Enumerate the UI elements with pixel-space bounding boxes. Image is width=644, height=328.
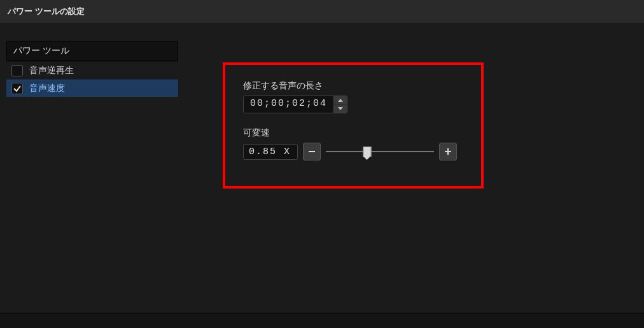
titlebar: パワー ツールの設定 (0, 0, 644, 23)
sidebar: パワー ツール 音声逆再生 音声速度 (6, 41, 178, 97)
varspeed-label: 可変速 (243, 127, 463, 139)
spinner-down-button[interactable] (334, 104, 347, 113)
sidebar-header: パワー ツール (6, 41, 178, 61)
slider-thumb[interactable] (363, 146, 371, 157)
svg-marker-0 (338, 99, 343, 102)
timecode-spinner (334, 96, 347, 113)
window-title: パワー ツールの設定 (8, 6, 85, 17)
timecode-input[interactable]: 00;00;02;04 (243, 96, 334, 113)
svg-rect-2 (309, 151, 315, 152)
highlight-frame: 修正する音声の長さ 00;00;02;04 可変速 (223, 62, 484, 189)
svg-marker-1 (338, 107, 343, 110)
speed-value-input[interactable]: 0.85 X (243, 144, 298, 160)
sidebar-item-label: 音声逆再生 (29, 65, 74, 76)
checkbox[interactable] (11, 65, 23, 76)
footer-bar (0, 313, 644, 328)
length-label: 修正する音声の長さ (243, 80, 463, 92)
settings-panel: 修正する音声の長さ 00;00;02;04 可変速 (225, 65, 481, 172)
speed-slider[interactable] (326, 143, 434, 160)
spinner-up-button[interactable] (334, 96, 347, 104)
close-icon[interactable] (626, 3, 636, 20)
slider-track (326, 151, 434, 152)
sidebar-item-reverse-audio[interactable]: 音声逆再生 (6, 61, 178, 79)
body: パワー ツール 音声逆再生 音声速度 修正する音声の長さ 00;00;02;04 (0, 23, 644, 313)
increase-button[interactable] (439, 143, 457, 160)
decrease-button[interactable] (303, 143, 321, 160)
checkbox[interactable] (11, 83, 23, 94)
svg-rect-4 (447, 148, 449, 155)
sidebar-item-label: 音声速度 (29, 83, 65, 94)
sidebar-item-audio-speed[interactable]: 音声速度 (6, 79, 178, 97)
